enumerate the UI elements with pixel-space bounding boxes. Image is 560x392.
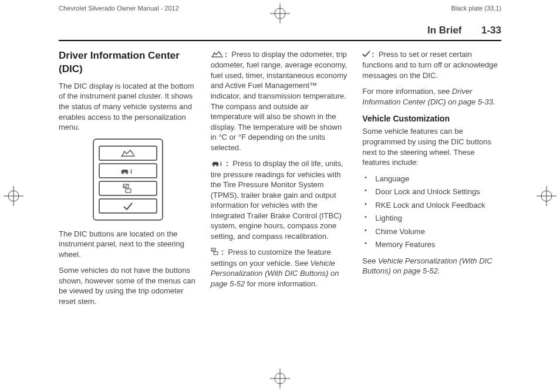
body-text: The DIC display is located at the bottom… [59, 81, 198, 133]
list-item: Door Lock and Unlock Settings [362, 187, 501, 197]
vehicle-customization-heading: Vehicle Customization [362, 113, 501, 124]
body-text: For more information, see [362, 87, 451, 96]
svg-point-13 [122, 172, 124, 174]
svg-point-20 [216, 165, 218, 167]
button-description: for more information. [245, 279, 318, 288]
set-reset-button-icon [99, 198, 157, 214]
body-text: See [362, 256, 378, 265]
svg-point-14 [126, 172, 129, 174]
plate-label: Black plate (33,1) [451, 5, 501, 12]
column-3: : Press to set or reset certain function… [362, 49, 501, 312]
svg-rect-23 [214, 252, 218, 255]
customize-button-icon [99, 181, 157, 196]
features-list: Language Door Lock and Unlock Settings R… [362, 174, 501, 250]
vehicle-info-icon: i [211, 159, 225, 170]
dic-buttons-illustration: i [93, 138, 163, 221]
body-text: : Press to display the odometer, trip od… [211, 49, 350, 153]
column-2: : Press to display the odometer, trip od… [211, 49, 350, 312]
trip-button-icon [99, 146, 157, 161]
trip-icon [211, 50, 224, 60]
svg-text:i: i [130, 168, 132, 175]
body-text: : Press to set or reset certain function… [362, 49, 501, 80]
svg-point-19 [212, 165, 214, 167]
button-description: Press to set or reset certain functions … [362, 50, 497, 80]
list-item: Lighting [362, 213, 501, 224]
list-item: Chime Volume [362, 227, 501, 237]
page-number: 1-33 [481, 25, 501, 36]
section-title: In Brief [427, 25, 462, 36]
doc-title: Chevrolet Silverado Owner Manual - 2012 [59, 5, 179, 12]
cross-reference: Vehicle Personalization (With DIC Button… [362, 256, 492, 276]
body-text: The DIC buttons are located on the instr… [59, 229, 198, 260]
list-item: Language [362, 174, 501, 184]
registration-mark-icon [4, 186, 23, 206]
registration-mark-icon [270, 4, 290, 23]
registration-mark-icon [537, 186, 556, 206]
list-item: RKE Lock and Unlock Feedback [362, 200, 501, 211]
vehicle-info-button-icon: i [99, 163, 157, 178]
dic-heading: Driver Information Center (DIC) [59, 49, 198, 76]
svg-rect-17 [126, 189, 131, 192]
registration-mark-icon [270, 369, 290, 388]
body-text: For more information, see Driver Informa… [362, 86, 501, 107]
body-text: See Vehicle Personalization (With DIC Bu… [362, 256, 501, 276]
button-description: Press to display the oil life, units, ti… [211, 159, 343, 241]
list-item: Memory Features [362, 239, 501, 250]
svg-text:i: i [220, 161, 222, 167]
column-1: Driver Information Center (DIC) The DIC … [59, 49, 198, 312]
body-text: : Press to customize the feature setting… [211, 247, 350, 289]
customize-icon [211, 248, 220, 258]
body-text: Some vehicles do not have the buttons sh… [59, 265, 198, 306]
button-description: Press to display the odometer, trip odom… [211, 50, 348, 152]
checkmark-icon [362, 50, 370, 60]
body-text: i : Press to display the oil life, units… [211, 158, 350, 241]
body-text: Some vehicle features can be programmed … [362, 126, 501, 167]
